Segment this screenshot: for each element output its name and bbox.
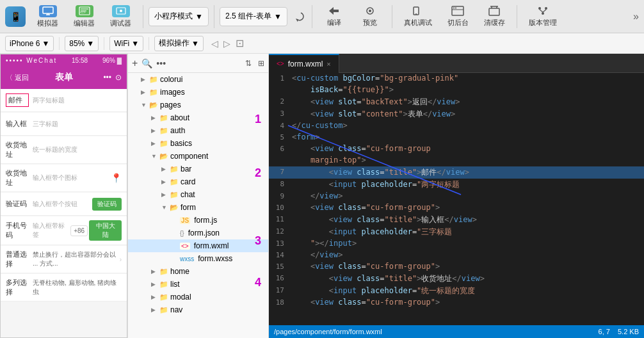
phone-label: 手机号码: [6, 221, 29, 240]
main-content: ••••• WeChat 15:58 96% ▓ 〈 返回 表单 ••• ⊙: [0, 54, 644, 338]
compile-button[interactable]: 编译: [318, 3, 351, 30]
simulator-button[interactable]: 模拟器: [31, 3, 65, 31]
form-row-address1: 收货地址 统一标题的宽度: [1, 136, 127, 164]
tree-item-modal[interactable]: ▶ 📁 modal: [128, 291, 268, 303]
wxml-file-icon: <>: [180, 243, 190, 250]
folder-icon: 📂: [159, 152, 168, 161]
phone-simulator-panel: ••••• WeChat 15:58 96% ▓ 〈 返回 表单 ••• ⊙: [0, 54, 128, 338]
tree-item-bar[interactable]: ▶ 📁 bar: [128, 163, 268, 175]
sim-ops-dropdown[interactable]: 模拟操作 ▼: [154, 36, 204, 51]
code-line-10: 10 <view class="cu-form-group">: [269, 202, 644, 214]
tree-item-component[interactable]: ▼ 📂 component: [128, 150, 268, 163]
file-tree: ▶ 📁 colorui ▶ 📁 images ▼ 📂 pages ▶: [128, 73, 268, 338]
tree-label: form.wxml: [194, 241, 229, 250]
tree-item-form-json[interactable]: ▶ {} form.json: [128, 227, 268, 239]
arrow-icon: ▼: [151, 153, 157, 159]
more-button[interactable]: »: [633, 11, 639, 22]
phone-back-button[interactable]: 〈 返回: [6, 73, 29, 83]
tree-item-about[interactable]: ▶ 📁 about: [128, 111, 268, 124]
nav-more-icon[interactable]: •••: [103, 73, 111, 82]
prev-frame-btn[interactable]: ◁: [211, 38, 218, 49]
svg-line-26: [540, 10, 543, 12]
tree-label: home: [170, 267, 189, 276]
tree-item-nav[interactable]: ▶ 📁 nav: [128, 303, 268, 316]
code-line-4: 4 </cu-custom>: [269, 120, 644, 132]
add-file-icon[interactable]: +: [132, 58, 138, 69]
select1-text: 禁止换行，超出容器部分会以 ... 方式...: [33, 250, 120, 268]
fullscreen-btn[interactable]: ⊡: [236, 37, 244, 49]
select2-text: 无脊柱动物, 扁形动物, 猪肉绦虫: [33, 278, 122, 296]
code-line-17: 17 <input placeholder="统一标题的宽度: [269, 285, 644, 297]
select-row-2: 多列选择 无脊柱动物, 扁形动物, 猪肉绦虫: [1, 274, 127, 302]
chevron-down-icon: ▼: [195, 12, 203, 21]
captcha-button[interactable]: 验证码: [92, 198, 122, 211]
folder-icon: 📁: [159, 280, 168, 289]
arrow-icon: ▶: [151, 268, 157, 275]
folder-icon: 📁: [159, 140, 168, 148]
version-mgmt-button[interactable]: 版本管理: [522, 3, 563, 30]
scale-dropdown[interactable]: 85% ▼: [65, 36, 99, 51]
select2-label: 多列选择: [6, 278, 29, 297]
phone-form-content: 邮件 两字短标题 输入框 三字标题 收货地址 统: [1, 89, 127, 337]
layout-icon[interactable]: ⊞: [258, 59, 264, 68]
app-logo: 📱: [5, 6, 26, 27]
tree-item-list[interactable]: ▶ 📁 list: [128, 278, 268, 291]
email-placeholder: 两字短标题: [33, 96, 65, 105]
tree-label: form.wxss: [198, 254, 232, 263]
folder-icon: 📂: [149, 101, 158, 109]
editor-button[interactable]: </> 编辑器: [67, 3, 101, 31]
folder-icon: 📁: [159, 127, 168, 135]
code-line-18: 18 <view class="cu-form-group">: [269, 297, 644, 309]
tree-item-form-wxss[interactable]: ▶ wxss form.wxss: [128, 252, 268, 265]
country-code[interactable]: +86: [70, 225, 88, 236]
phone-placeholder: 输入框带标签: [33, 221, 70, 239]
svg-point-18: [455, 8, 456, 9]
chevron-down-icon: ▼: [86, 39, 94, 48]
js-file-icon: JS: [180, 217, 190, 224]
svg-rect-0: [43, 7, 53, 13]
code-line-11: 11 <view class="title">输入框</view>: [269, 214, 644, 226]
code-line-14: 14 </view>: [269, 250, 644, 261]
debugger-button[interactable]: 调试器: [104, 3, 138, 31]
captcha-label: 验证码: [6, 199, 29, 209]
refresh-btn[interactable]: [295, 11, 307, 22]
tree-item-chat[interactable]: ▶ 📁 chat: [128, 188, 268, 201]
device-toolbar: iPhone 6 ▼ 85% ▼ WiFi ▼ 模拟操作 ▼ ◁ ▷ ⊡: [0, 33, 644, 54]
folder-icon: 📁: [159, 306, 168, 314]
tree-item-colorui[interactable]: ▶ 📁 colorui: [128, 73, 268, 86]
arrow-icon: ▶: [151, 307, 157, 313]
backend-button[interactable]: 切后台: [441, 3, 475, 30]
next-frame-btn[interactable]: ▷: [223, 38, 230, 49]
real-debug-button[interactable]: 真机调试: [398, 3, 439, 30]
phone-nav-bar: 〈 返回 表单 ••• ⊙: [1, 66, 127, 89]
tree-item-images[interactable]: ▶ 📁 images: [128, 86, 268, 99]
code-tab-form-wxml[interactable]: <> form.wxml ×: [269, 54, 339, 73]
tab-file-icon: <>: [277, 60, 284, 67]
clear-cache-button[interactable]: 清缓存: [478, 3, 511, 30]
tree-label: list: [170, 280, 180, 289]
captcha-placeholder: 输入框带个按钮: [33, 200, 77, 209]
sort-icon[interactable]: ⇅: [245, 59, 252, 68]
tree-item-form-wxml[interactable]: ▶ <> form.wxml: [128, 239, 268, 252]
tree-item-card[interactable]: ▶ 📁 card: [128, 175, 268, 188]
battery-status: 96% ▓: [102, 57, 122, 64]
tab-close-icon[interactable]: ×: [326, 60, 330, 68]
tree-item-auth[interactable]: ▶ 📁 auth: [128, 124, 268, 137]
location-icon: 📍: [111, 173, 122, 183]
tree-item-form-folder[interactable]: ▼ 📂 form: [128, 201, 268, 214]
tree-item-home[interactable]: ▶ 📁 home: [128, 265, 268, 278]
search-files-icon[interactable]: 🔍: [141, 58, 152, 68]
network-dropdown[interactable]: WiFi ▼: [109, 36, 143, 51]
nav-record-icon[interactable]: ⊙: [115, 73, 122, 82]
china-button[interactable]: 中国大陆: [89, 220, 122, 241]
separator-5: [517, 5, 517, 28]
preview-button[interactable]: 预览: [353, 3, 387, 30]
iphone-model-dropdown[interactable]: iPhone 6 ▼: [5, 36, 54, 51]
code-content[interactable]: 1 <cu-custom bgColor="bg-gradual-pink" i…: [269, 73, 644, 325]
tree-item-pages[interactable]: ▼ 📂 pages: [128, 99, 268, 111]
mode-dropdown[interactable]: 小程序模式 ▼: [149, 7, 209, 26]
tree-item-basics[interactable]: ▶ 📁 basics: [128, 137, 268, 150]
tree-item-form-js[interactable]: ▶ JS form.js: [128, 214, 268, 227]
component-dropdown[interactable]: 2.5 组件-表单 ▼: [220, 7, 287, 26]
more-files-icon[interactable]: •••: [156, 58, 166, 68]
